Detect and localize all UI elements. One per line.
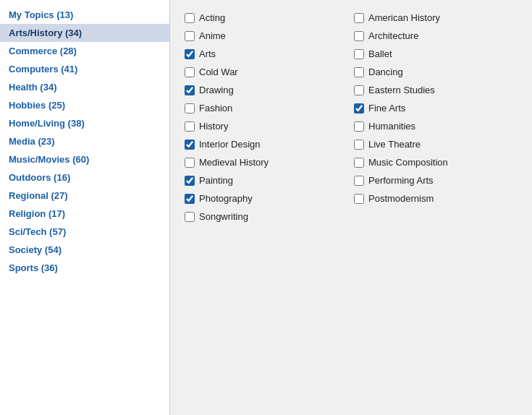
topic-label-songwriting: Songwriting [199, 211, 248, 222]
checkbox-history[interactable] [185, 121, 195, 132]
sidebar-item-society[interactable]: Society (54) [0, 241, 169, 259]
sidebar-item-arts-history[interactable]: Arts/History (34) [0, 24, 169, 42]
sidebar-item-hobbies[interactable]: Hobbies (25) [0, 96, 169, 114]
checkbox-architecture[interactable] [354, 31, 364, 41]
sidebar-item-health[interactable]: Health (34) [0, 78, 169, 96]
checkbox-eastern-studies[interactable] [354, 85, 364, 95]
checkbox-cold-war[interactable] [185, 67, 195, 77]
topics-grid: ActingAnimeArtsCold WarDrawingFashionHis… [182, 9, 520, 226]
checkbox-medieval-history[interactable] [185, 158, 195, 168]
topic-label-ballet: Ballet [368, 48, 392, 59]
checkbox-drawing[interactable] [185, 85, 195, 95]
checkbox-fashion[interactable] [185, 103, 195, 114]
topic-item-photography: Photography [182, 189, 351, 208]
topic-item-humanities: Humanities [351, 117, 520, 135]
right-column: American HistoryArchitectureBalletDancin… [351, 9, 520, 226]
sidebar-item-sports[interactable]: Sports (36) [0, 259, 169, 277]
topic-item-songwriting: Songwriting [182, 208, 351, 226]
topic-label-american-history: American History [368, 12, 440, 23]
topic-item-fashion: Fashion [182, 99, 351, 117]
checkbox-songwriting[interactable] [185, 212, 195, 222]
checkbox-painting[interactable] [185, 176, 195, 186]
topic-label-anime: Anime [199, 30, 226, 41]
main-content: ActingAnimeArtsCold WarDrawingFashionHis… [170, 0, 532, 415]
checkbox-arts[interactable] [185, 49, 195, 59]
topic-item-eastern-studies: Eastern Studies [351, 81, 520, 99]
sidebar-item-outdoors[interactable]: Outdoors (16) [0, 168, 169, 187]
checkbox-fine-arts[interactable] [354, 103, 364, 114]
checkbox-photography[interactable] [185, 194, 195, 204]
topic-label-fashion: Fashion [199, 103, 232, 114]
topic-label-photography: Photography [199, 193, 253, 204]
checkbox-anime[interactable] [185, 31, 195, 41]
sidebar-item-music-movies[interactable]: Music/Movies (60) [0, 150, 169, 168]
topic-label-humanities: Humanities [368, 121, 415, 132]
checkbox-music-composition[interactable] [354, 158, 364, 168]
checkbox-ballet[interactable] [354, 49, 364, 59]
topic-label-painting: Painting [199, 175, 233, 186]
topic-item-interior-design: Interior Design [182, 135, 351, 153]
topic-label-interior-design: Interior Design [199, 139, 261, 150]
topic-label-medieval-history: Medieval History [199, 157, 269, 168]
topic-label-cold-war: Cold War [199, 67, 238, 77]
sidebar-item-regional[interactable]: Regional (27) [0, 187, 169, 205]
checkbox-american-history[interactable] [354, 13, 364, 23]
checkbox-humanities[interactable] [354, 121, 364, 132]
topic-label-performing-arts: Performing Arts [368, 175, 434, 186]
topic-item-drawing: Drawing [182, 81, 351, 99]
left-column: ActingAnimeArtsCold WarDrawingFashionHis… [182, 9, 351, 226]
checkbox-performing-arts[interactable] [354, 176, 364, 186]
topic-item-architecture: Architecture [351, 27, 520, 45]
topic-item-arts: Arts [182, 45, 351, 63]
topic-item-dancing: Dancing [351, 63, 520, 81]
topic-label-music-composition: Music Composition [368, 157, 448, 168]
checkbox-postmodernism[interactable] [354, 194, 364, 204]
topic-item-cold-war: Cold War [182, 63, 351, 81]
topic-item-postmodernism: Postmodernism [351, 189, 520, 208]
checkbox-dancing[interactable] [354, 67, 364, 77]
sidebar-item-religion[interactable]: Religion (17) [0, 205, 169, 223]
app-container: My Topics (13)Arts/History (34)Commerce … [0, 0, 532, 415]
topic-label-acting: Acting [199, 12, 225, 23]
topic-item-anime: Anime [182, 27, 351, 45]
topic-label-history: History [199, 121, 228, 132]
topic-label-live-theatre: Live Theatre [368, 139, 421, 150]
sidebar-item-commerce[interactable]: Commerce (28) [0, 42, 169, 60]
sidebar-item-sci-tech[interactable]: Sci/Tech (57) [0, 223, 169, 241]
topic-label-postmodernism: Postmodernism [368, 193, 434, 204]
topic-item-live-theatre: Live Theatre [351, 135, 520, 153]
topic-item-history: History [182, 117, 351, 135]
topic-item-american-history: American History [351, 9, 520, 27]
topic-label-dancing: Dancing [368, 67, 403, 77]
topic-label-architecture: Architecture [368, 30, 418, 41]
checkbox-live-theatre[interactable] [354, 140, 364, 150]
topic-item-music-composition: Music Composition [351, 153, 520, 171]
topic-label-arts: Arts [199, 48, 216, 59]
topic-label-eastern-studies: Eastern Studies [368, 85, 435, 95]
topic-item-ballet: Ballet [351, 45, 520, 63]
checkbox-interior-design[interactable] [185, 140, 195, 150]
topic-item-acting: Acting [182, 9, 351, 27]
sidebar: My Topics (13)Arts/History (34)Commerce … [0, 0, 170, 415]
topic-item-performing-arts: Performing Arts [351, 171, 520, 189]
checkbox-acting[interactable] [185, 13, 195, 23]
topic-item-medieval-history: Medieval History [182, 153, 351, 171]
topic-item-fine-arts: Fine Arts [351, 99, 520, 117]
topic-label-fine-arts: Fine Arts [368, 103, 405, 114]
sidebar-item-my-topics[interactable]: My Topics (13) [0, 6, 169, 24]
topic-item-painting: Painting [182, 171, 351, 189]
sidebar-item-computers[interactable]: Computers (41) [0, 60, 169, 78]
sidebar-item-home-living[interactable]: Home/Living (38) [0, 114, 169, 132]
sidebar-item-media[interactable]: Media (23) [0, 132, 169, 150]
topic-label-drawing: Drawing [199, 85, 234, 95]
